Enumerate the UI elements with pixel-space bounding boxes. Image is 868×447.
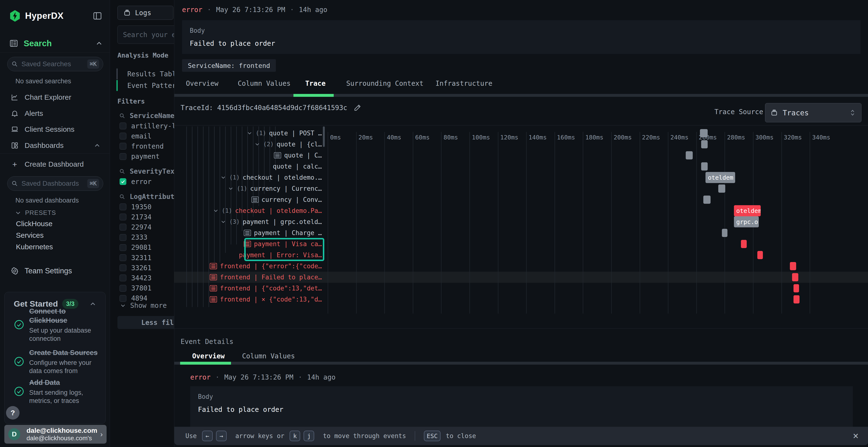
checkbox-checked[interactable] bbox=[120, 178, 126, 185]
trace-span-row[interactable]: (1)currency | Currenc… bbox=[174, 183, 324, 194]
profile-bar[interactable]: D dale@clickhouse.com dale@clickhouse.co… bbox=[4, 425, 106, 444]
trace-span-row[interactable]: (1)checkout | oteldemo.… bbox=[174, 172, 324, 183]
trace-span-row[interactable]: (1)checkout | oteldemo.Pa… bbox=[174, 205, 324, 216]
tree-scrollbar-thumb[interactable] bbox=[323, 127, 325, 147]
checkbox-unchecked[interactable] bbox=[120, 123, 126, 129]
span-duration-bar[interactable] bbox=[701, 140, 707, 148]
presets-toggle[interactable]: PRESETS bbox=[14, 209, 56, 216]
trace-span-row[interactable]: (3)payment | grpc.oteld… bbox=[174, 216, 324, 227]
service-name-chip[interactable]: ServiceName: frontend bbox=[182, 59, 276, 72]
filter-checkbox-21734[interactable]: 21734 bbox=[120, 212, 151, 222]
checkbox-unchecked[interactable] bbox=[120, 244, 126, 251]
trace-span-row[interactable]: frontend | {"code":13,"det… bbox=[174, 283, 324, 294]
edit-pencil-icon[interactable] bbox=[353, 104, 362, 112]
trace-span-row[interactable]: payment | Charge … bbox=[174, 227, 324, 238]
tab-overview[interactable]: Overview bbox=[186, 79, 218, 88]
span-duration-bar[interactable] bbox=[741, 240, 747, 248]
get-started-item[interactable]: Add DataStart sending logs, metrics, or … bbox=[14, 378, 98, 405]
chevron-down-icon[interactable] bbox=[254, 141, 260, 147]
checkbox-unchecked[interactable] bbox=[120, 133, 126, 139]
tab-infrastructure[interactable]: Infrastructure bbox=[435, 79, 492, 88]
filter-checkbox-32311[interactable]: 32311 bbox=[120, 253, 151, 263]
trace-source-dropdown[interactable]: Traces bbox=[765, 103, 862, 122]
sidebar-item-alerts[interactable]: Alerts bbox=[0, 106, 110, 121]
sidebar-item-client-sessions[interactable]: Client Sessions bbox=[0, 122, 110, 136]
span-duration-bar[interactable]: grpc.o bbox=[734, 216, 759, 227]
trace-span-row[interactable]: frontend | × {"code":13,"d… bbox=[174, 294, 324, 305]
trace-span-row[interactable]: (2)quote | {cl… bbox=[174, 139, 324, 150]
filter-checkbox-payment[interactable]: payment bbox=[120, 151, 160, 162]
team-settings-button[interactable]: Team Settings bbox=[0, 264, 110, 278]
create-dashboard-button[interactable]: + Create Dashboard bbox=[0, 157, 110, 171]
checkbox-unchecked[interactable] bbox=[120, 153, 126, 160]
span-duration-bar[interactable] bbox=[757, 251, 763, 259]
span-duration-bar[interactable] bbox=[718, 184, 725, 193]
preset-link-kubernetes[interactable]: Kubernetes bbox=[16, 243, 53, 251]
span-duration-bar[interactable] bbox=[794, 284, 799, 293]
checkbox-unchecked[interactable] bbox=[120, 295, 126, 302]
span-duration-bar[interactable] bbox=[722, 229, 728, 237]
span-duration-bar[interactable] bbox=[794, 295, 800, 304]
sidebar-section-search[interactable]: Search bbox=[9, 38, 103, 49]
trace-span-row[interactable]: currency | Conv… bbox=[174, 194, 324, 205]
checkbox-unchecked[interactable] bbox=[120, 254, 126, 261]
checkbox-unchecked[interactable] bbox=[120, 224, 126, 231]
event-details-tab-overview[interactable]: Overview bbox=[192, 352, 225, 360]
filter-checkbox-19350[interactable]: 19350 bbox=[120, 202, 151, 212]
checkbox-unchecked[interactable] bbox=[120, 143, 126, 149]
filter-checkbox-34423[interactable]: 34423 bbox=[120, 273, 151, 283]
span-duration-bar[interactable]: oteldem bbox=[706, 172, 735, 183]
filter-checkbox-2333[interactable]: 2333 bbox=[120, 232, 147, 243]
span-duration-bar[interactable] bbox=[792, 273, 798, 281]
tab-trace[interactable]: Trace bbox=[305, 79, 326, 88]
checkbox-unchecked[interactable] bbox=[120, 204, 126, 210]
get-started-item[interactable]: Connect to ClickHouseSet up your databas… bbox=[14, 307, 98, 343]
get-started-item[interactable]: Create Data SourcesConfigure where your … bbox=[14, 348, 98, 375]
chevron-down-icon[interactable] bbox=[213, 208, 219, 214]
chevron-down-icon[interactable] bbox=[220, 174, 226, 181]
span-duration-bar[interactable] bbox=[703, 196, 710, 204]
event-details-tab-column-values[interactable]: Column Values bbox=[242, 352, 295, 360]
trace-span-row[interactable]: quote | C… bbox=[174, 150, 324, 161]
collapse-sidebar-icon[interactable] bbox=[93, 11, 102, 21]
close-icon[interactable]: × bbox=[853, 430, 859, 441]
filter-checkbox-frontend[interactable]: frontend bbox=[120, 141, 164, 151]
saved-dashboards-input[interactable]: Saved Dashboards ⌘K bbox=[7, 176, 103, 191]
preset-link-services[interactable]: Services bbox=[16, 231, 44, 239]
filter-checkbox-error[interactable]: error bbox=[120, 176, 151, 187]
trace-span-row[interactable]: frontend | {"error":{"code… bbox=[174, 261, 324, 272]
trace-span-row[interactable]: frontend | Failed to place… bbox=[174, 272, 324, 283]
chevron-down-icon[interactable] bbox=[227, 185, 234, 192]
trace-span-row[interactable]: quote | calc… bbox=[174, 161, 324, 172]
tab-surrounding-context[interactable]: Surrounding Context bbox=[346, 79, 424, 88]
span-duration-bar[interactable] bbox=[700, 129, 708, 137]
tab-column-values[interactable]: Column Values bbox=[238, 79, 290, 88]
span-duration-bar[interactable] bbox=[686, 151, 693, 160]
filter-checkbox-37801[interactable]: 37801 bbox=[120, 283, 151, 294]
help-button[interactable]: ? bbox=[6, 406, 20, 419]
sidebar-item-dashboards[interactable]: Dashboards bbox=[0, 138, 110, 152]
analysis-mode-results-table[interactable]: Results Table bbox=[117, 68, 180, 79]
chevron-down-icon[interactable] bbox=[246, 130, 253, 136]
show-more-button[interactable]: Show more bbox=[120, 302, 167, 309]
source-selector-button[interactable]: Logs bbox=[117, 6, 173, 20]
span-duration-bar[interactable]: oteldem bbox=[734, 205, 761, 216]
chevron-up-icon[interactable] bbox=[95, 39, 103, 47]
filter-checkbox-email[interactable]: email bbox=[120, 131, 151, 141]
checkbox-unchecked[interactable] bbox=[120, 285, 126, 291]
search-icon[interactable] bbox=[119, 168, 125, 175]
span-duration-bar[interactable] bbox=[790, 262, 796, 270]
filter-checkbox-22974[interactable]: 22974 bbox=[120, 222, 151, 232]
checkbox-unchecked[interactable] bbox=[120, 265, 126, 271]
span-duration-bar[interactable] bbox=[701, 162, 707, 171]
trace-span-row[interactable]: (1)quote | POST … bbox=[174, 128, 324, 139]
checkbox-unchecked[interactable] bbox=[120, 214, 126, 220]
filter-checkbox-33261[interactable]: 33261 bbox=[120, 263, 151, 273]
chevron-down-icon[interactable] bbox=[220, 219, 226, 225]
search-icon[interactable] bbox=[119, 194, 125, 200]
checkbox-unchecked[interactable] bbox=[120, 275, 126, 281]
saved-searches-input[interactable]: Saved Searches ⌘K bbox=[7, 57, 103, 71]
preset-link-clickhouse[interactable]: ClickHouse bbox=[16, 220, 53, 228]
checkbox-unchecked[interactable] bbox=[120, 234, 126, 241]
search-icon[interactable] bbox=[119, 113, 125, 119]
